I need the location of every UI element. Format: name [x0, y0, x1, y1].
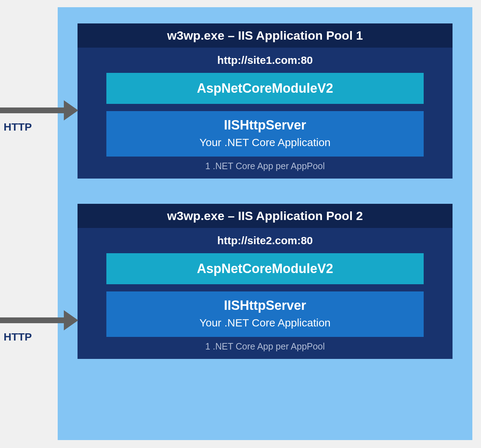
- server-subtitle-2: Your .NET Core Application: [110, 317, 420, 329]
- pool-note-1: 1 .NET Core App per AppPool: [106, 161, 424, 171]
- pool-header-1: w3wp.exe – IIS Application Pool 1: [78, 23, 453, 48]
- app-pool-1: w3wp.exe – IIS Application Pool 1 http:/…: [78, 23, 453, 179]
- app-pool-2: w3wp.exe – IIS Application Pool 2 http:/…: [78, 204, 453, 359]
- aspnetcore-module-2: AspNetCoreModuleV2: [106, 253, 424, 284]
- http-arrow-1: [0, 107, 78, 113]
- pool-body-1: http://site1.com:80 AspNetCoreModuleV2 I…: [78, 48, 453, 179]
- pool-note-2: 1 .NET Core App per AppPool: [106, 341, 424, 352]
- iis-http-server-2: IISHttpServer Your .NET Core Application: [106, 291, 424, 337]
- site-url-1: http://site1.com:80: [106, 54, 424, 66]
- http-label-1: HTTP: [4, 121, 32, 133]
- pool-body-2: http://site2.com:80 AspNetCoreModuleV2 I…: [78, 228, 453, 359]
- server-subtitle-1: Your .NET Core Application: [110, 136, 420, 149]
- aspnetcore-module-1: AspNetCoreModuleV2: [106, 73, 424, 104]
- iis-http-server-1: IISHttpServer Your .NET Core Application: [106, 111, 424, 157]
- iis-container: w3wp.exe – IIS Application Pool 1 http:/…: [58, 7, 472, 440]
- http-arrow-2: [0, 317, 78, 323]
- http-label-2: HTTP: [4, 331, 32, 343]
- server-title-2: IISHttpServer: [110, 298, 420, 313]
- server-title-1: IISHttpServer: [110, 118, 420, 133]
- site-url-2: http://site2.com:80: [106, 234, 424, 247]
- pool-header-2: w3wp.exe – IIS Application Pool 2: [78, 204, 453, 228]
